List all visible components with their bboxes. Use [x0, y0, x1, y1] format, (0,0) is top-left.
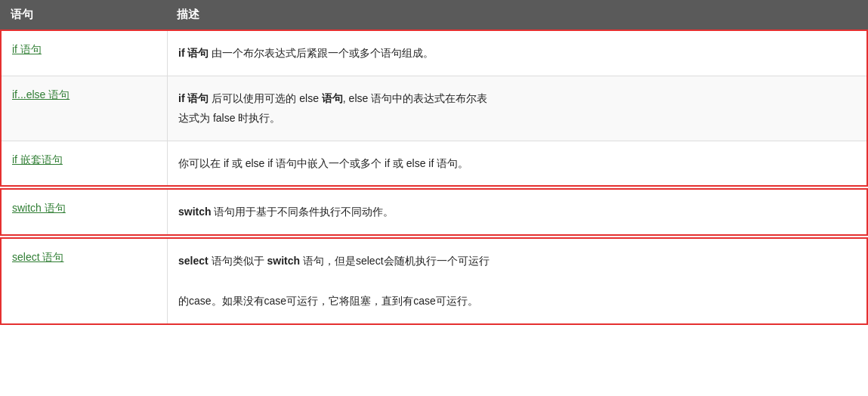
select-group: select 语句 select 语句类似于 switch 语句，但是selec…	[0, 237, 868, 325]
page-container: 语句 描述 if 语句 if 语句 由一个布尔表达式后紧跟一个或多个语句组成。 …	[0, 0, 868, 325]
table-header: 语句 描述	[0, 0, 868, 29]
if-else-desc: if 语句 后可以使用可选的 else 语句, else 语句中的表达式在布尔表…	[178, 92, 487, 125]
switch-row: switch 语句 switch 语句用于基于不同条件执行不同动作。	[2, 190, 866, 234]
select-desc: select 语句类似于 switch 语句，但是select会随机执行一个可运…	[178, 255, 490, 307]
header-col2: 描述	[166, 0, 868, 29]
if-group: if 语句 if 语句 由一个布尔表达式后紧跟一个或多个语句组成。 if...e…	[0, 29, 868, 187]
if-nested-row: if 嵌套语句 你可以在 if 或 else if 语句中嵌入一个或多个 if …	[2, 141, 866, 186]
switch-desc: switch 语句用于基于不同条件执行不同动作。	[178, 206, 394, 218]
select-row: select 语句 select 语句类似于 switch 语句，但是selec…	[2, 239, 866, 323]
select-link[interactable]: select 语句	[12, 251, 63, 263]
if-link[interactable]: if 语句	[12, 43, 42, 55]
table-body: if 语句 if 语句 由一个布尔表达式后紧跟一个或多个语句组成。 if...e…	[0, 29, 868, 325]
if-else-cell-right: if 语句 后可以使用可选的 else 语句, else 语句中的表达式在布尔表…	[168, 76, 866, 141]
if-nested-cell-left: if 嵌套语句	[2, 141, 168, 186]
switch-group: switch 语句 switch 语句用于基于不同条件执行不同动作。	[0, 188, 868, 236]
if-cell-left: if 语句	[2, 31, 168, 76]
if-cell-right: if 语句 由一个布尔表达式后紧跟一个或多个语句组成。	[168, 31, 866, 76]
if-else-cell-left: if...else 语句	[2, 76, 168, 141]
switch-cell-right: switch 语句用于基于不同条件执行不同动作。	[168, 190, 866, 234]
if-desc: if 语句 由一个布尔表达式后紧跟一个或多个语句组成。	[178, 47, 434, 59]
if-nested-desc: 你可以在 if 或 else if 语句中嵌入一个或多个 if 或 else i…	[178, 157, 468, 169]
if-else-link[interactable]: if...else 语句	[12, 88, 70, 101]
switch-cell-left: switch 语句	[2, 190, 168, 234]
select-cell-right: select 语句类似于 switch 语句，但是select会随机执行一个可运…	[168, 239, 866, 323]
if-else-row: if...else 语句 if 语句 后可以使用可选的 else 语句, els…	[2, 76, 866, 141]
switch-link[interactable]: switch 语句	[12, 202, 66, 214]
if-nested-cell-right: 你可以在 if 或 else if 语句中嵌入一个或多个 if 或 else i…	[168, 141, 866, 186]
header-col1: 语句	[0, 0, 166, 29]
select-cell-left: select 语句	[2, 239, 168, 323]
if-row: if 语句 if 语句 由一个布尔表达式后紧跟一个或多个语句组成。	[2, 31, 866, 76]
if-nested-link[interactable]: if 嵌套语句	[12, 153, 63, 166]
